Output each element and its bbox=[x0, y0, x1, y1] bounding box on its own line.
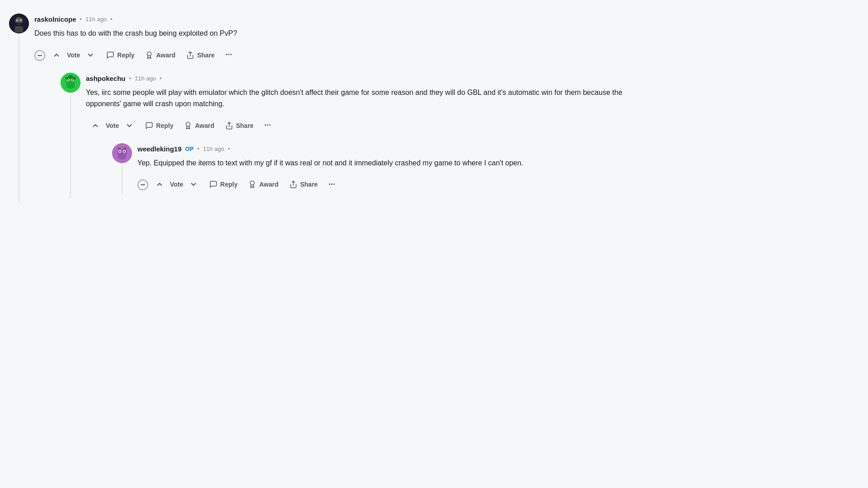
share-btn-weedleking19[interactable]: Share bbox=[285, 178, 322, 191]
svg-point-29 bbox=[119, 150, 121, 152]
svg-point-7 bbox=[20, 20, 21, 21]
username-ashpokechu[interactable]: ashpokechu bbox=[86, 75, 126, 82]
comment-ashpokechu: ashpokechu • 11h ago • Yes, iirc some pe… bbox=[61, 73, 642, 199]
comment-thread: raskolnicope • 11h ago • Does this has t… bbox=[9, 9, 642, 212]
comment-left-raskolnicope bbox=[9, 14, 29, 203]
svg-point-19 bbox=[68, 75, 73, 79]
svg-point-26 bbox=[118, 154, 126, 160]
svg-point-18 bbox=[72, 79, 74, 80]
thread-line-weedleking19 bbox=[122, 166, 123, 194]
svg-point-33 bbox=[124, 147, 126, 149]
avatar-ashpokechu bbox=[61, 73, 80, 93]
vote-group-raskolnicope: Vote bbox=[47, 46, 100, 65]
share-label-ashpokechu: Share bbox=[236, 122, 254, 129]
comment-text-raskolnicope: Does this has to do with the crash bug b… bbox=[34, 28, 622, 39]
comment-meta-raskolnicope: raskolnicope • 11h ago • bbox=[34, 15, 642, 23]
reply-btn-weedleking19[interactable]: Reply bbox=[205, 178, 242, 191]
comment-text-weedleking19: Yep. Equipped the items to text with my … bbox=[137, 157, 642, 169]
avatar-raskolnicope bbox=[9, 14, 29, 33]
avatar-weedleking19 bbox=[112, 143, 132, 163]
downvote-btn-ashpokechu[interactable] bbox=[122, 118, 137, 133]
action-bar-raskolnicope: Vote Reply Award Share ··· bbox=[34, 46, 642, 65]
svg-point-30 bbox=[124, 150, 125, 152]
award-label-raskolnicope: Award bbox=[156, 52, 175, 59]
reply-btn-ashpokechu[interactable]: Reply bbox=[141, 119, 178, 132]
award-label-ashpokechu: Award bbox=[195, 122, 214, 129]
thread-line-raskolnicope bbox=[19, 36, 19, 203]
more-btn-weedleking19[interactable]: ··· bbox=[324, 177, 340, 192]
award-btn-weedleking19[interactable]: Award bbox=[244, 178, 283, 191]
comment-body-raskolnicope: raskolnicope • 11h ago • Does this has t… bbox=[34, 14, 642, 203]
dot-sep-3: • bbox=[129, 75, 132, 82]
vote-group-ashpokechu: Vote bbox=[86, 116, 139, 135]
svg-point-14 bbox=[66, 82, 75, 89]
downvote-btn-raskolnicope[interactable] bbox=[83, 47, 98, 63]
reply-label-ashpokechu: Reply bbox=[156, 122, 173, 129]
svg-point-32 bbox=[118, 147, 120, 149]
collapse-btn-raskolnicope[interactable] bbox=[34, 50, 45, 61]
comment-text-ashpokechu: Yes, iirc some people will play with emu… bbox=[86, 87, 642, 110]
dot-sep-5: • bbox=[197, 145, 199, 152]
timestamp-raskolnicope: 11h ago bbox=[85, 16, 107, 23]
upvote-btn-ashpokechu[interactable] bbox=[88, 118, 103, 133]
replies-container-ashpokechu: weedleking19 OP • 11h ago • Yep. Equippe… bbox=[86, 143, 642, 194]
dot-sep-4: • bbox=[160, 75, 162, 82]
comment-meta-weedleking19: weedleking19 OP • 11h ago • bbox=[137, 145, 642, 153]
vote-label-raskolnicope: Vote bbox=[65, 52, 82, 59]
username-weedleking19[interactable]: weedleking19 bbox=[137, 145, 182, 153]
vote-label-ashpokechu: Vote bbox=[104, 122, 121, 129]
timestamp-ashpokechu: 11h ago bbox=[135, 75, 156, 82]
collapse-btn-weedleking19[interactable] bbox=[137, 179, 148, 190]
upvote-btn-weedleking19[interactable] bbox=[152, 177, 167, 192]
comment-raskolnicope: raskolnicope • 11h ago • Does this has t… bbox=[9, 14, 642, 203]
svg-point-6 bbox=[17, 20, 18, 21]
vote-group-weedleking19: Vote bbox=[150, 175, 203, 194]
award-label-weedleking19: Award bbox=[259, 181, 278, 188]
svg-rect-9 bbox=[38, 55, 42, 56]
svg-rect-3 bbox=[15, 23, 23, 24]
timestamp-weedleking19: 11h ago bbox=[203, 145, 224, 152]
award-btn-raskolnicope[interactable]: Award bbox=[141, 48, 180, 62]
dot-sep-1: • bbox=[80, 16, 82, 23]
more-btn-raskolnicope[interactable]: ··· bbox=[221, 47, 236, 63]
downvote-btn-weedleking19[interactable] bbox=[186, 177, 201, 192]
comment-left-ashpokechu bbox=[61, 73, 80, 199]
svg-point-17 bbox=[68, 79, 69, 80]
comment-body-weedleking19: weedleking19 OP • 11h ago • Yep. Equippe… bbox=[137, 143, 642, 194]
dot-sep-2: • bbox=[110, 16, 113, 23]
share-btn-ashpokechu[interactable]: Share bbox=[221, 119, 258, 132]
replies-container-raskolnicope: ashpokechu • 11h ago • Yes, iirc some pe… bbox=[34, 73, 642, 199]
op-badge-weedleking19: OP bbox=[185, 145, 194, 152]
svg-rect-34 bbox=[141, 184, 145, 185]
upvote-btn-raskolnicope[interactable] bbox=[49, 47, 64, 63]
more-btn-ashpokechu[interactable]: ··· bbox=[260, 118, 275, 133]
comment-left-weedleking19 bbox=[112, 143, 132, 194]
username-raskolnicope[interactable]: raskolnicope bbox=[34, 15, 76, 23]
reply-label-weedleking19: Reply bbox=[220, 181, 237, 188]
thread-line-ashpokechu bbox=[70, 95, 71, 199]
share-label-raskolnicope: Share bbox=[197, 52, 215, 59]
share-label-weedleking19: Share bbox=[300, 181, 318, 188]
svg-rect-8 bbox=[15, 26, 23, 33]
dot-sep-6: • bbox=[228, 145, 230, 152]
action-bar-weedleking19: Vote Reply bbox=[137, 175, 642, 194]
award-btn-ashpokechu[interactable]: Award bbox=[179, 119, 219, 132]
share-btn-raskolnicope[interactable]: Share bbox=[182, 48, 219, 62]
action-bar-ashpokechu: Vote Reply Award bbox=[86, 116, 642, 135]
vote-label-weedleking19: Vote bbox=[168, 181, 185, 188]
comment-body-ashpokechu: ashpokechu • 11h ago • Yes, iirc some pe… bbox=[86, 73, 642, 199]
reply-btn-raskolnicope[interactable]: Reply bbox=[102, 48, 139, 62]
comment-meta-ashpokechu: ashpokechu • 11h ago • bbox=[86, 75, 642, 82]
reply-label-raskolnicope: Reply bbox=[117, 52, 134, 59]
comment-weedleking19: weedleking19 OP • 11h ago • Yep. Equippe… bbox=[112, 143, 642, 194]
